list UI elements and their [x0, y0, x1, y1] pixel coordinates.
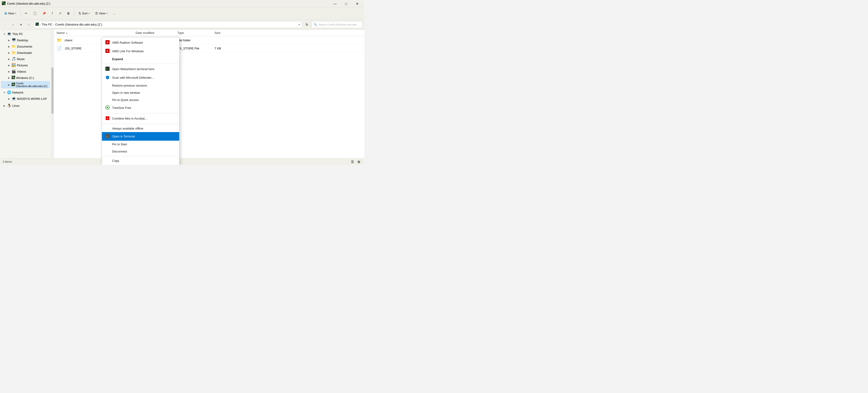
ctx-item-treesize[interactable]: ✱ TreeSize Free [102, 103, 179, 112]
ctx-item-amd-link[interactable]: A AMD Link For Windows [102, 47, 179, 56]
ctx-item-new-window[interactable]: Open in new window [102, 89, 179, 96]
maximize-button[interactable]: □ [341, 0, 351, 7]
file-list-header: Name ▲ Date modified Type Size [54, 30, 365, 36]
mobaxterm-icon: ▶_ [105, 67, 110, 71]
ctx-item-pin-start[interactable]: Pin to Start [102, 141, 179, 148]
back-button[interactable]: ‹ [2, 21, 8, 28]
search-icon: 🔍 [314, 23, 317, 26]
new-button[interactable]: ⊕ New ▾ [2, 10, 19, 17]
sidebar-scroll-thumb[interactable] [52, 67, 53, 114]
sidebar-item-desktop[interactable]: ▶ 🖥️ Desktop [1, 37, 50, 43]
sidebar-item-corefs[interactable]: ▶ Corefs (\\biostore.dbi.udel.edu) (Z:) [1, 81, 50, 88]
list-view-button[interactable]: ☰ [350, 159, 355, 164]
svg-rect-6 [35, 23, 37, 24]
desktop-chevron: ▶ [7, 39, 11, 41]
column-date[interactable]: Date modified [135, 31, 177, 35]
sidebar-item-downloads[interactable]: ▶ 📁 Downloads [1, 50, 50, 56]
terminal-icon: >_ [105, 134, 110, 139]
svg-rect-15 [13, 83, 15, 84]
svg-rect-8 [35, 24, 37, 26]
treesize-icon: ✱ [105, 105, 110, 110]
amd-link-icon: A [105, 49, 110, 54]
network-icon: 🌐 [7, 90, 11, 94]
ctx-label-mobaxterm: Open MobaXterm terminal here [112, 67, 176, 71]
column-type[interactable]: Type [177, 31, 215, 35]
path-this-pc[interactable]: This PC [41, 23, 52, 26]
ctx-label-disconnect: Disconnect [112, 150, 176, 153]
sidebar-item-linux[interactable]: ▶ 🐧 Linux [1, 102, 50, 109]
view-button[interactable]: ☰ View ▾ [93, 10, 110, 17]
address-path[interactable]: › This PC › Corefs (\\biostore.dbi.udel.… [33, 21, 302, 28]
path-dropdown-icon[interactable]: ▾ [299, 23, 300, 26]
sidebar-item-maddys[interactable]: ▶ 💻 MADDYS-WORK-LAP [1, 96, 50, 102]
title-bar-text: Corefs (\\biostore.dbi.udel.edu) (Z:) [7, 2, 51, 5]
ctx-item-terminal[interactable]: >_ Open in Terminal [102, 132, 179, 141]
ctx-label-offline: Always available offline [112, 127, 176, 130]
path-corefs[interactable]: Corefs (\\biostore.dbi.udel.edu) (Z:) [55, 23, 102, 26]
delete-button[interactable]: 🗑 [65, 10, 72, 17]
new-label: New [8, 11, 14, 15]
sidebar-item-network[interactable]: ▼ 🌐 Network [1, 89, 50, 95]
documents-label: Documents [17, 45, 48, 48]
title-bar: Corefs (\\biostore.dbi.udel.edu) (Z:) — … [0, 0, 365, 7]
sidebar-item-this-pc[interactable]: ▼ 💻 This PC [1, 31, 50, 37]
ctx-item-disconnect[interactable]: Disconnect [102, 148, 179, 155]
ctx-item-mobaxterm[interactable]: ▶_ Open MobaXterm terminal here [102, 65, 179, 73]
ctx-item-copy[interactable]: Copy [102, 157, 179, 164]
sidebar: ▼ 💻 This PC ▶ 🖥️ Desktop ▶ 📁 Documents ▶… [0, 30, 51, 158]
refresh-button[interactable]: ↻ [304, 21, 310, 28]
cut-icon: ✂ [25, 11, 27, 15]
sidebar-item-videos[interactable]: ▶ 🎬 Videos [1, 68, 50, 74]
copy-button[interactable]: 📋 [31, 10, 39, 17]
column-size[interactable]: Size [215, 31, 238, 35]
svg-rect-10 [11, 76, 13, 77]
column-name[interactable]: Name ▲ [57, 31, 135, 35]
move-button[interactable]: ⤴ [49, 10, 56, 17]
svg-text:>_: >_ [106, 135, 109, 138]
ctx-item-pin-quick[interactable]: Pin to Quick access [102, 96, 179, 103]
videos-label: Videos [17, 70, 48, 73]
close-button[interactable]: ✕ [352, 0, 363, 7]
toolbar: ⊕ New ▾ ✂ 📋 📌 ⤴ ↗ 🗑 ⇅ Sort ▾ ☰ View ▾ ..… [0, 7, 365, 20]
file-type-ds-store: DS_STORE File [177, 47, 215, 50]
music-icon: 🎵 [11, 57, 16, 61]
minimize-button[interactable]: — [330, 0, 340, 7]
sidebar-item-pictures[interactable]: ▶ 🖼️ Pictures [1, 62, 50, 68]
forward-button[interactable]: › [10, 21, 16, 28]
more-button[interactable]: ... [111, 10, 118, 17]
ctx-item-acrobat[interactable]: A Combine files in Acrobat... [102, 114, 179, 123]
svg-rect-4 [2, 2, 3, 3]
sidebar-scrollbar[interactable] [51, 30, 54, 158]
share-button[interactable]: ↗ [56, 10, 64, 17]
svg-text:✓: ✓ [107, 77, 108, 79]
up-button[interactable]: ↑ [26, 21, 32, 28]
file-row-chenc[interactable]: 📁 chenc 10/11/2022 2:59 PM File folder [54, 36, 365, 44]
corefs-chevron: ▶ [7, 84, 11, 86]
search-box[interactable]: 🔍 Search Corefs (\\biostore.dbi.udel.edu… [312, 21, 363, 28]
cut-button[interactable]: ✂ [23, 10, 30, 17]
svg-text:▶_: ▶_ [106, 68, 108, 70]
file-row-ds-store[interactable]: 📄 .DS_STORE 10/5/2022 3:00 PM DS_STORE F… [54, 44, 365, 53]
sort-arrow-icon: ▲ [66, 32, 68, 34]
sidebar-item-documents[interactable]: ▶ 📁 Documents [1, 43, 50, 50]
ctx-label-treesize: TreeSize Free [112, 106, 176, 110]
svg-rect-13 [13, 78, 15, 79]
sidebar-item-windows-c[interactable]: ▶ Windows (C:) [1, 75, 50, 81]
ctx-item-amd-radeon[interactable]: A AMD Radeon Software [102, 38, 179, 47]
recent-button[interactable]: ▾ [18, 21, 24, 28]
ctx-divider-3 [102, 124, 179, 124]
paste-button[interactable]: 📌 [40, 10, 48, 17]
grid-view-button[interactable]: ⊞ [356, 159, 362, 164]
ctx-item-restore[interactable]: Restore previous versions [102, 82, 179, 89]
linux-chevron: ▶ [3, 104, 6, 107]
ctx-item-offline[interactable]: Always available offline [102, 125, 179, 132]
ctx-item-expand[interactable]: Expand [102, 56, 179, 63]
sidebar-item-music[interactable]: ▶ 🎵 Music [1, 56, 50, 62]
ctx-divider-2 [102, 113, 179, 113]
sort-button[interactable]: ⇅ Sort ▾ [76, 10, 92, 17]
svg-rect-1 [4, 1, 6, 3]
svg-rect-14 [11, 83, 13, 84]
view-icon: ☰ [95, 11, 98, 15]
ctx-item-defender[interactable]: ✓ Scan with Microsoft Defender... [102, 73, 179, 82]
sort-icon: ⇅ [79, 11, 81, 15]
